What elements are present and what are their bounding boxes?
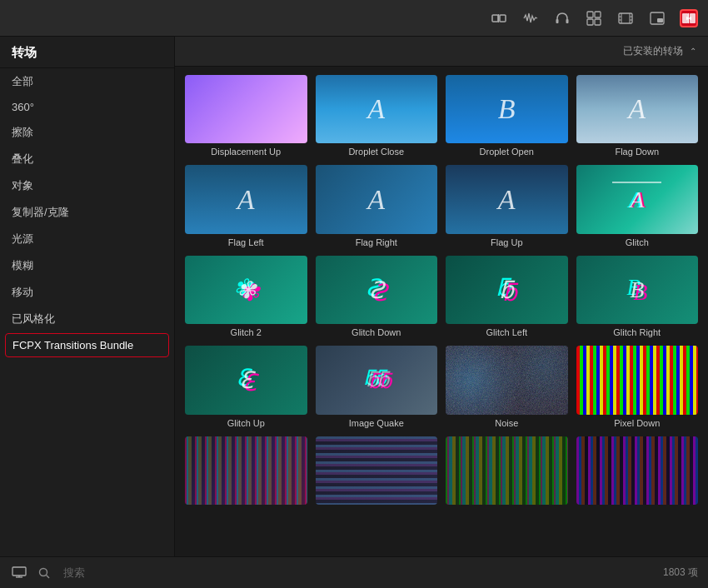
- transition-item-flag-down[interactable]: AFlag Down: [576, 75, 699, 157]
- svg-rect-1: [500, 15, 506, 22]
- transition-item-droplet-close[interactable]: ADroplet Close: [316, 75, 438, 157]
- svg-rect-9: [619, 13, 632, 23]
- svg-rect-4: [566, 19, 569, 23]
- film-icon[interactable]: [616, 9, 635, 27]
- transition-thumb-pixel-down: [576, 346, 699, 414]
- transition-thumb-glitch-up: Ɛ: [185, 346, 307, 414]
- svg-rect-21: [12, 567, 26, 576]
- transition-item-flag-left[interactable]: AFlag Left: [185, 165, 307, 247]
- transition-label-flag-up: Flag Up: [491, 237, 523, 247]
- transition-thumb-flag-down: A: [576, 75, 699, 143]
- headphone-icon[interactable]: [553, 9, 571, 27]
- transition-thumb-bottom1: [185, 436, 307, 505]
- transition-label-flag-right: Flag Right: [356, 237, 397, 247]
- svg-rect-17: [657, 18, 663, 22]
- transition-thumb-image-quake: ƃƃ: [316, 346, 438, 414]
- svg-rect-8: [595, 19, 601, 25]
- search-icon: [35, 564, 53, 582]
- transition-item-flag-right[interactable]: AFlag Right: [316, 165, 438, 247]
- transition-thumb-glitch2: ✾: [185, 256, 307, 324]
- transition-label-droplet-open: Droplet Open: [480, 147, 534, 157]
- transition-label-glitch2: Glitch 2: [231, 327, 262, 337]
- svg-rect-0: [492, 15, 498, 22]
- sidebar-item-6[interactable]: 光源: [0, 226, 174, 252]
- sidebar-items-list: 全部360°擦除叠化对象复制器/克隆光源模糊移动已风格化FCPX Transit…: [0, 68, 174, 358]
- svg-point-24: [40, 568, 47, 576]
- sidebar-item-1[interactable]: 360°: [0, 95, 174, 119]
- transition-label-noise: Noise: [495, 418, 518, 428]
- transition-thumb-glitch-left: ƃ: [446, 256, 568, 324]
- transition-label-image-quake: Image Quake: [349, 418, 404, 428]
- transition-item-glitch-left[interactable]: ƃGlitch Left: [446, 256, 568, 337]
- transition-item-bottom2[interactable]: [316, 436, 438, 508]
- transition-thumb-flag-left: A: [185, 165, 307, 233]
- library-icon[interactable]: [10, 564, 28, 582]
- installed-transitions-label[interactable]: 已安装的转场 ⌃: [623, 44, 696, 58]
- transition-label-displacement-up: Displacement Up: [211, 147, 281, 157]
- transition-label-glitch-down: Glitch Down: [352, 327, 401, 337]
- transitions-grid-area: Displacement UpADroplet CloseBDroplet Op…: [175, 67, 708, 556]
- svg-rect-7: [587, 19, 593, 25]
- transition-thumb-displacement-up: [185, 75, 307, 143]
- sidebar-item-2[interactable]: 擦除: [0, 119, 174, 146]
- transition-thumb-glitch: A: [576, 165, 699, 233]
- transition-thumb-droplet-open: B: [446, 75, 568, 143]
- svg-line-25: [47, 575, 50, 578]
- transition-label-flag-left: Flag Left: [228, 237, 264, 247]
- sidebar-item-8[interactable]: 移动: [0, 279, 174, 306]
- transition-item-glitch-up[interactable]: ƐGlitch Up: [185, 346, 307, 427]
- transition-item-glitch-down[interactable]: ƧGlitch Down: [316, 256, 438, 337]
- sidebar-item-10[interactable]: FCPX Transitions Bundle: [5, 333, 169, 357]
- transition-item-flag-up[interactable]: AFlag Up: [446, 165, 568, 247]
- svg-rect-5: [587, 12, 593, 17]
- transition-item-bottom3[interactable]: [446, 436, 568, 508]
- fx-icon[interactable]: [585, 9, 603, 27]
- split-icon[interactable]: [490, 9, 508, 27]
- transition-thumb-flag-up: A: [446, 165, 568, 233]
- content-header: 已安装的转场 ⌃: [175, 37, 708, 67]
- transition-item-glitch-right[interactable]: BGlitch Right: [576, 256, 699, 337]
- search-input[interactable]: [63, 566, 656, 579]
- transition-thumb-flag-right: A: [316, 165, 438, 233]
- transition-label-glitch-up: Glitch Up: [227, 418, 265, 428]
- sidebar-item-9[interactable]: 已风格化: [0, 306, 174, 332]
- transition-thumb-glitch-right: B: [576, 256, 699, 324]
- svg-rect-3: [556, 19, 559, 23]
- transition-label-glitch: Glitch: [626, 237, 649, 247]
- sidebar-header: 转场: [0, 37, 174, 68]
- sidebar-item-5[interactable]: 复制器/克隆: [0, 199, 174, 226]
- transition-thumb-bottom3: [446, 436, 568, 505]
- pip-icon[interactable]: [648, 9, 666, 27]
- bottom-bar: 1803 项: [0, 556, 708, 588]
- transition-item-bottom1[interactable]: [185, 436, 307, 508]
- content-area: 已安装的转场 ⌃ Displacement UpADroplet CloseBD…: [175, 37, 708, 556]
- transition-item-displacement-up[interactable]: Displacement Up: [185, 75, 307, 157]
- transition-item-glitch[interactable]: AGlitch: [576, 165, 699, 247]
- sidebar: 转场 全部360°擦除叠化对象复制器/克隆光源模糊移动已风格化FCPX Tran…: [0, 37, 175, 556]
- transition-label-flag-down: Flag Down: [615, 147, 659, 157]
- transition-item-noise[interactable]: Noise: [446, 346, 568, 427]
- sidebar-item-7[interactable]: 模糊: [0, 252, 174, 279]
- main-layout: 转场 全部360°擦除叠化对象复制器/克隆光源模糊移动已风格化FCPX Tran…: [0, 37, 708, 556]
- transition-thumb-bottom4: [576, 436, 699, 505]
- sidebar-item-0[interactable]: 全部: [0, 68, 174, 95]
- transition-thumb-droplet-close: A: [316, 75, 438, 143]
- transition-thumb-noise: [446, 346, 568, 414]
- transition-label-droplet-close: Droplet Close: [348, 147, 404, 157]
- transition-item-glitch2[interactable]: ✾Glitch 2: [185, 256, 307, 337]
- svg-rect-6: [595, 12, 601, 17]
- transition-item-bottom4[interactable]: [576, 436, 699, 508]
- transition-icon[interactable]: [680, 9, 698, 27]
- transition-item-pixel-down[interactable]: Pixel Down: [576, 346, 699, 427]
- count-label: 1803 项: [663, 566, 698, 580]
- transition-item-image-quake[interactable]: ƃƃImage Quake: [316, 346, 438, 427]
- sidebar-item-4[interactable]: 对象: [0, 172, 174, 199]
- toolbar: [0, 0, 708, 37]
- transition-label-pixel-down: Pixel Down: [614, 418, 660, 428]
- transition-thumb-glitch-down: Ƨ: [316, 256, 438, 324]
- transition-label-glitch-right: Glitch Right: [613, 327, 661, 337]
- waveform-icon[interactable]: [521, 9, 540, 27]
- transition-item-droplet-open[interactable]: BDroplet Open: [446, 75, 568, 157]
- transitions-grid: Displacement UpADroplet CloseBDroplet Op…: [185, 75, 698, 508]
- sidebar-item-3[interactable]: 叠化: [0, 146, 174, 172]
